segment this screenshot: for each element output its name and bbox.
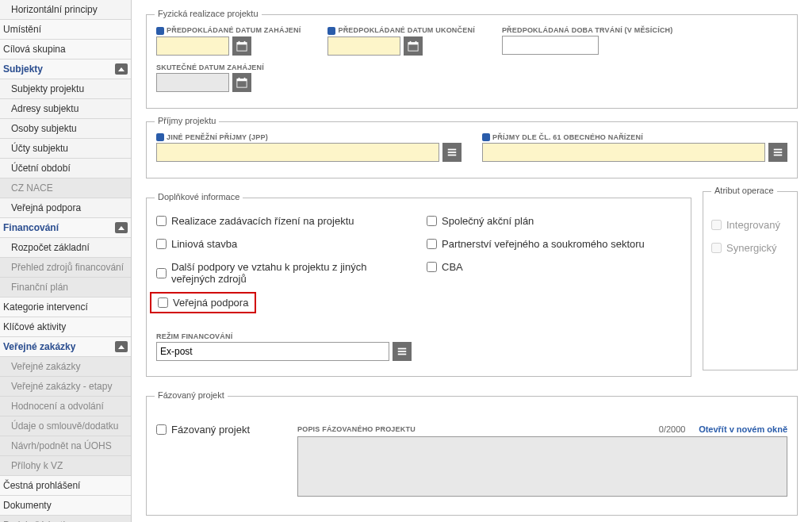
svg-rect-2 xyxy=(239,41,240,44)
verejna-podpora-checkbox[interactable] xyxy=(158,297,168,308)
side-item[interactable]: CZ NACE xyxy=(0,178,131,198)
side-item[interactable]: Osoby subjektu xyxy=(0,119,131,139)
side-item[interactable]: Účty subjektu xyxy=(0,139,131,159)
chevron-up-icon xyxy=(115,63,128,75)
list-icon[interactable] xyxy=(768,143,787,162)
svg-rect-13 xyxy=(448,152,457,153)
label: REŽIM FINANCOVÁNÍ xyxy=(156,332,681,340)
side-item[interactable]: Veřejné zakázky - etapy xyxy=(0,377,131,397)
side-item[interactable]: Veřejné zakázky xyxy=(0,357,131,377)
spolecny-plan-checkbox[interactable] xyxy=(427,216,437,226)
label: PŘEDPOKLÁDANÉ DATUM ZAHÁJENÍ xyxy=(156,26,301,35)
side-section-subjekty[interactable]: Subjekty xyxy=(0,59,131,79)
atribut-fieldset: Atribut operace Integrovaný Synergický xyxy=(703,191,798,370)
label: SKUTEČNÉ DATUM ZAHÁJENÍ xyxy=(156,63,264,71)
svg-rect-19 xyxy=(398,351,407,352)
side-item[interactable]: Návrh/podnět na ÚOHS xyxy=(0,436,131,456)
prijmy-fieldset: Příjmy projektu JINÉ PENĚŽNÍ PŘÍJMY (JPP… xyxy=(146,121,798,179)
side-item[interactable]: Umístění xyxy=(0,20,131,40)
svg-rect-11 xyxy=(244,78,246,80)
svg-rect-7 xyxy=(416,41,417,44)
doplnkove-fieldset: Doplňkové informace Realizace zadávacích… xyxy=(146,198,691,377)
fyzicka-realizace-fieldset: Fyzická realizace projektu PŘEDPOKLÁDANÉ… xyxy=(146,14,798,109)
side-section-financovani[interactable]: Financování xyxy=(0,218,131,238)
calendar-icon[interactable] xyxy=(404,36,423,56)
sidebar: Horizontální principy Umístění Cílová sk… xyxy=(0,0,132,522)
calendar-icon[interactable] xyxy=(232,73,251,92)
svg-rect-10 xyxy=(239,78,240,80)
side-item[interactable]: Čestná prohlášení xyxy=(0,476,131,496)
legend: Atribut operace xyxy=(711,186,777,195)
side-item[interactable]: Adresy subjektu xyxy=(0,99,131,119)
side-item[interactable]: Účetní období xyxy=(0,159,131,178)
svg-rect-15 xyxy=(774,149,783,151)
side-item[interactable]: Přílohy k VZ xyxy=(0,456,131,476)
svg-rect-18 xyxy=(398,348,407,350)
side-item[interactable]: Hodnocení a odvolání xyxy=(0,397,131,416)
cba-checkbox[interactable] xyxy=(427,262,437,272)
svg-rect-3 xyxy=(244,41,246,44)
side-item[interactable]: Podpis žádosti xyxy=(0,516,131,522)
label: POPIS FÁZOVANÉHO PROJEKTU xyxy=(297,425,416,433)
side-item[interactable]: Cílová skupina xyxy=(0,40,131,59)
cl61-input[interactable] xyxy=(482,143,765,162)
side-item[interactable]: Klíčové aktivity xyxy=(0,317,131,337)
rezim-input[interactable] xyxy=(156,342,389,361)
side-item[interactable]: Veřejná podpora xyxy=(0,198,131,218)
partnerstvi-checkbox[interactable] xyxy=(427,239,437,249)
label: PŘEDPOKLÁDANÁ DOBA TRVÁNÍ (V MĚSÍCÍCH) xyxy=(502,26,673,34)
integrovany-checkbox xyxy=(711,220,722,230)
legend: Příjmy projektu xyxy=(155,116,219,125)
side-item[interactable]: Kategorie intervencí xyxy=(0,297,131,317)
label: JINÉ PENĚŽNÍ PŘÍJMY (JPP) xyxy=(156,133,462,142)
jpp-input[interactable] xyxy=(156,143,439,162)
chevron-up-icon xyxy=(115,222,128,233)
doba-trvani-input[interactable] xyxy=(502,36,599,55)
calendar-icon[interactable] xyxy=(232,36,251,56)
legend: Fázovaný projekt xyxy=(155,390,228,400)
char-counter: 0/2000 xyxy=(659,424,686,434)
list-icon[interactable] xyxy=(393,342,412,361)
open-new-window-link[interactable]: Otevřít v novém okně xyxy=(699,424,787,434)
side-item[interactable]: Subjekty projektu xyxy=(0,79,131,99)
side-item[interactable]: Rozpočet základní xyxy=(0,238,131,258)
datum-zahajeni-input[interactable] xyxy=(156,36,229,56)
realizace-checkbox[interactable] xyxy=(156,216,167,226)
dalsi-podpory-checkbox[interactable] xyxy=(156,268,167,278)
fazovany-checkbox[interactable] xyxy=(156,424,167,435)
svg-rect-16 xyxy=(774,152,783,153)
fazovany-fieldset: Fázovaný projekt Fázovaný projekt POPIS … xyxy=(146,396,798,516)
label: PŘEDPOKLÁDANÉ DATUM UKONČENÍ xyxy=(327,26,474,35)
svg-rect-20 xyxy=(398,354,407,355)
liniova-checkbox[interactable] xyxy=(156,239,167,249)
main-content: Fyzická realizace projektu PŘEDPOKLÁDANÉ… xyxy=(132,0,812,522)
side-item[interactable]: Dokumenty xyxy=(0,496,131,516)
side-section-zakazky[interactable]: Veřejné zakázky xyxy=(0,337,131,357)
synergicky-checkbox xyxy=(711,243,722,253)
svg-rect-17 xyxy=(774,155,783,156)
list-icon[interactable] xyxy=(442,143,462,162)
side-item[interactable]: Údaje o smlouvě/dodatku xyxy=(0,416,131,436)
legend: Fyzická realizace projektu xyxy=(155,9,262,18)
svg-rect-14 xyxy=(448,155,457,156)
legend: Doplňkové informace xyxy=(155,192,243,202)
chevron-up-icon xyxy=(115,341,128,352)
svg-rect-6 xyxy=(410,41,412,44)
popis-textarea[interactable] xyxy=(297,436,787,497)
side-item[interactable]: Horizontální principy xyxy=(0,0,131,20)
skutecne-datum-input[interactable] xyxy=(156,73,229,92)
side-item[interactable]: Přehled zdrojů financování xyxy=(0,258,131,278)
verejna-podpora-highlight: Veřejná podpora xyxy=(150,292,256,313)
datum-ukonceni-input[interactable] xyxy=(327,36,400,56)
label: PŘÍJMY DLE ČL. 61 OBECNÉHO NAŘÍZENÍ xyxy=(482,133,787,142)
svg-rect-12 xyxy=(448,149,457,151)
side-item[interactable]: Finanční plán xyxy=(0,278,131,297)
